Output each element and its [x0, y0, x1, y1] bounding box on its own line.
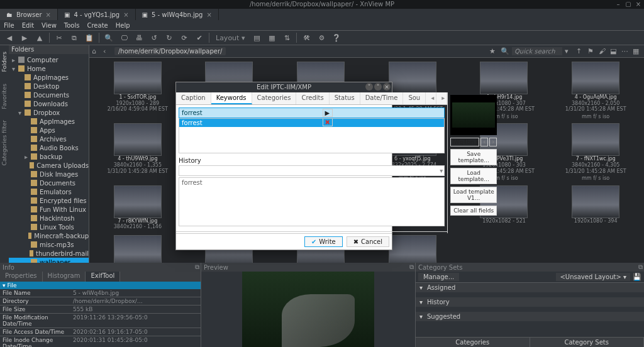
tab-status[interactable]: Status [330, 92, 360, 104]
tabs-scroll-left-icon[interactable]: ◂ [426, 92, 436, 104]
tree-node[interactable]: Hackintosh [9, 214, 89, 223]
filter-icon[interactable]: ▾ [565, 47, 574, 56]
rotate-left-icon[interactable]: ↺ [148, 32, 160, 43]
write-button[interactable]: ✔ Write [304, 236, 343, 247]
zoom-icon[interactable]: 🔍 [103, 32, 114, 43]
menu-view[interactable]: View [42, 22, 57, 29]
tree-node[interactable]: Documents [9, 91, 89, 99]
tab-source[interactable]: Sou [403, 92, 426, 104]
close-icon[interactable]: × [46, 11, 51, 18]
tree-node[interactable]: thunderbird-mail [9, 249, 89, 258]
chevron-left-icon[interactable]: ‹ [103, 47, 112, 56]
thumbnail[interactable]: 1920x1080 - 394 [551, 185, 640, 231]
back-icon[interactable]: ◀ [4, 32, 15, 43]
doc-tab-browser[interactable]: 🖿 Browser × [0, 9, 58, 20]
tree-node[interactable]: ▸Computer [9, 55, 89, 64]
tree-node[interactable]: Encrypted files [9, 196, 89, 205]
side-tab-favorites[interactable]: Favorites [1, 84, 8, 109]
menu-help[interactable]: Help [116, 22, 130, 29]
tool-icon[interactable]: 🛠 [301, 32, 312, 43]
tree-node[interactable]: wallpaper [9, 258, 89, 263]
cat-section-suggested[interactable]: ▾Suggested [416, 312, 644, 321]
side-tab-catfilter[interactable]: Categories filter [1, 120, 8, 165]
tree-node[interactable]: Downloads [9, 99, 89, 108]
cat-tab-sets[interactable]: Category Sets [530, 338, 645, 347]
history-dropdown[interactable]: ▾ [179, 165, 445, 176]
undock-icon[interactable]: ⧉ [409, 263, 414, 271]
cut-icon[interactable]: ✂ [53, 32, 65, 43]
sort-icon[interactable]: ⇅ [281, 32, 292, 43]
preview-icon[interactable]: 🖵 [118, 32, 130, 43]
tree-node[interactable]: ▾Dropbox [9, 108, 89, 117]
tree-node[interactable]: Camera Uploads [9, 161, 89, 170]
doc-tab-image-2[interactable]: ▣ 5 - wIWq4bn.jpg × [136, 9, 219, 20]
window-minimize-icon[interactable]: – [615, 0, 621, 6]
dialog-close-icon[interactable]: × [383, 83, 391, 91]
tree-node[interactable]: Linux Tools [9, 223, 89, 231]
tab-keywords[interactable]: Keywords [211, 92, 252, 104]
window-close-icon[interactable]: × [635, 0, 641, 6]
help-icon[interactable]: ❔ [331, 32, 342, 43]
home-icon[interactable]: ⌂ [92, 47, 101, 56]
settings-icon[interactable]: ⚙ [316, 32, 327, 43]
keyword-add-icon[interactable]: ▶ [323, 109, 333, 117]
paste-icon[interactable]: 📋 [84, 32, 95, 43]
menu-tools[interactable]: Tools [64, 22, 80, 29]
tree-node[interactable]: misc-mp3s [9, 240, 89, 249]
folder-tree[interactable]: ▸Computer▾HomeAppImagesDesktopDocumentsD… [9, 54, 89, 263]
dialog-max-icon[interactable]: ˄ [374, 83, 382, 91]
close-icon[interactable]: × [206, 11, 211, 18]
tab-categories[interactable]: Categories [252, 92, 297, 104]
undock-icon[interactable]: ⧉ [638, 263, 643, 271]
tree-node[interactable]: AppImages [9, 117, 89, 126]
save-layout-icon[interactable]: 💾 [633, 273, 641, 281]
menu-create[interactable]: Create [87, 22, 108, 29]
tree-node[interactable]: Disk Images [9, 170, 89, 179]
tabs-scroll-right-icon[interactable]: ▸ [436, 92, 447, 104]
tab-credits[interactable]: Credits [296, 92, 329, 104]
thumbnail[interactable]: 4 - OguAqMA.jpg 3840x2160 - 2,050 1/31/2… [551, 62, 640, 119]
star-icon[interactable]: ★ [489, 47, 498, 56]
view-mode-icon[interactable]: ▦ [266, 32, 277, 43]
undock-icon[interactable]: ⧉ [195, 263, 199, 271]
thumbnail[interactable]: 7 - r8KYWfN.jpg 3840x2160 - 1,146 [93, 185, 182, 231]
cat-section-history[interactable]: ▾History [416, 297, 644, 307]
cat-section-assigned[interactable]: ▾Assigned [416, 283, 644, 292]
tag-icon[interactable]: ✔ [194, 32, 205, 43]
copy-icon[interactable]: ⧉ [69, 32, 80, 43]
dialog-title-bar[interactable]: Edit IPTC-IIM/XMP ˅ ˄ × [176, 82, 392, 92]
paint-icon[interactable]: 🖌 [599, 47, 608, 56]
up-icon[interactable]: ▲ [34, 32, 45, 43]
print-icon[interactable]: 🖶 [133, 32, 145, 43]
tree-node[interactable]: Fun With Linux [9, 205, 89, 214]
preview-image[interactable] [242, 272, 374, 347]
manage-button[interactable]: Manage... [418, 273, 459, 281]
tree-node[interactable]: Minecraft-backup [9, 231, 89, 240]
save-template-button[interactable]: Save template... [450, 149, 497, 165]
cat-tab-categories[interactable]: Categories [416, 338, 530, 347]
tree-node[interactable]: Desktop [9, 82, 89, 91]
keyword-textarea[interactable]: forrest [179, 177, 445, 226]
tree-node[interactable]: Emulators [9, 187, 89, 196]
tree-node[interactable]: Documents [9, 179, 89, 187]
grid-icon[interactable]: ▦ [633, 47, 641, 56]
menu-file[interactable]: File [4, 22, 14, 29]
menu-edit[interactable]: Edit [22, 22, 34, 29]
info-tab-histogram[interactable]: Histogram [43, 272, 86, 282]
dialog-shade-icon[interactable]: ˅ [365, 83, 373, 91]
keyword-remove-icon[interactable]: ✖ [323, 118, 333, 126]
thumbnail[interactable]: 1 - SsdTOR.jpg 1920x1080 - 289 2/16/20 4… [93, 62, 182, 119]
more-icon[interactable]: ⋯ [621, 47, 630, 56]
quick-search-input[interactable]: Quick search [512, 47, 562, 55]
tab-datetime[interactable]: Date/Time [360, 92, 404, 104]
panel-icon[interactable]: ▤ [251, 32, 262, 43]
close-icon[interactable]: × [123, 11, 128, 18]
layout-dropdown[interactable]: <Unsaved Layout> ▾ [556, 273, 630, 281]
tab-caption[interactable]: Caption [176, 92, 211, 104]
layout-dropdown[interactable]: Layout ▾ [213, 34, 247, 42]
tree-node[interactable]: ▸backup [9, 152, 89, 161]
doc-tab-image-1[interactable]: ▣ 4 - vgYQs1.jpg × [58, 9, 136, 20]
keyword-list-item[interactable]: forrest [179, 119, 444, 127]
tree-node[interactable]: Archives [9, 135, 89, 143]
clear-fields-button[interactable]: Clear all fields [450, 206, 497, 216]
